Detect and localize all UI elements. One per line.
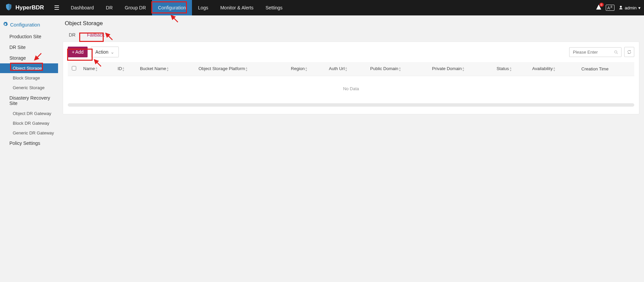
sort-icon: ▴▾: [122, 66, 124, 72]
sidebar-item-block-dr-gateway[interactable]: Block DR Gateway: [0, 118, 58, 128]
gear-icon: [3, 21, 8, 28]
page-title: Object Storage: [63, 20, 639, 27]
col-avail-label: Availability: [532, 66, 553, 71]
col-object-storage-platform[interactable]: Object Storage Platform▴▾: [195, 62, 287, 76]
col-region-label: Region: [291, 66, 305, 71]
col-public-domain[interactable]: Public Domain▴▾: [367, 62, 429, 76]
plus-icon: +: [72, 49, 75, 55]
col-status-label: Status: [497, 66, 509, 71]
col-auth-url-label: Auth Url: [329, 66, 345, 71]
action-button-label: Action: [95, 49, 108, 55]
col-availability[interactable]: Availability▴▾: [529, 62, 578, 76]
col-creation-time[interactable]: Creation Time: [578, 62, 634, 76]
notification-icon[interactable]: 0: [596, 4, 602, 11]
refresh-icon: [627, 50, 632, 54]
sort-icon: ▴▾: [96, 66, 97, 72]
no-data-row: No Data: [68, 76, 634, 101]
horizontal-scrollbar[interactable]: [68, 103, 634, 107]
main: Configuration Production Site DR Site St…: [0, 15, 644, 282]
user-name: admin: [625, 5, 637, 10]
col-pubdom-label: Public Domain: [370, 66, 398, 71]
tab-failback[interactable]: Failback: [84, 30, 107, 40]
nav-items: Dashboard DR Group DR Configuration Logs…: [65, 0, 289, 15]
add-button[interactable]: +Add: [68, 47, 88, 57]
chevron-down-icon: ⌄: [110, 49, 114, 55]
col-osp-label: Object Storage Platform: [198, 66, 245, 71]
sort-icon: ▴▾: [510, 66, 511, 72]
sort-icon: ▴▾: [167, 66, 168, 72]
sidebar: Configuration Production Site DR Site St…: [0, 15, 58, 282]
col-id-label: ID: [117, 66, 122, 71]
col-name-label: Name: [83, 66, 95, 71]
user-icon: [618, 5, 623, 10]
col-name[interactable]: Name▴▾: [80, 62, 114, 76]
nav-logs[interactable]: Logs: [192, 0, 214, 15]
sidebar-item-generic-dr-gateway[interactable]: Generic DR Gateway: [0, 128, 58, 138]
shield-icon: [5, 3, 13, 12]
menu-toggle-icon[interactable]: ☰: [49, 4, 65, 11]
nav-right: 0 A文 admin ▾: [596, 0, 641, 15]
col-bucket-name[interactable]: Bucket Name▴▾: [137, 62, 195, 76]
search-input[interactable]: [573, 50, 612, 55]
data-table: Name▴▾ ID▴▾ Bucket Name▴▾ Object Storage…: [68, 62, 634, 101]
col-status[interactable]: Status▴▾: [493, 62, 529, 76]
notification-count: 0: [599, 3, 604, 7]
content: Object Storage DR Failback +Add Action ⌄: [58, 15, 644, 282]
sidebar-item-production-site[interactable]: Production Site: [0, 31, 58, 42]
refresh-button[interactable]: [624, 47, 634, 57]
sidebar-item-generic-storage[interactable]: Generic Storage: [0, 83, 58, 93]
toolbar-right: [569, 47, 634, 57]
sidebar-item-disaster-recovery-site[interactable]: Disastery Recovery Site: [0, 93, 58, 109]
col-region[interactable]: Region▴▾: [288, 62, 326, 76]
col-checkbox: [68, 62, 80, 76]
top-nav: HyperBDR ☰ Dashboard DR Group DR Configu…: [0, 0, 644, 15]
tabs: DR Failback: [63, 30, 639, 40]
nav-settings[interactable]: Settings: [259, 0, 289, 15]
sort-icon: ▴▾: [345, 66, 347, 72]
add-button-label: Add: [75, 49, 84, 55]
language-label: A: [607, 6, 610, 10]
svg-line-1: [617, 53, 618, 54]
sort-icon: ▴▾: [399, 66, 401, 72]
sidebar-item-object-dr-gateway[interactable]: Object DR Gateway: [0, 109, 58, 118]
nav-monitor-alerts[interactable]: Monitor & Alerts: [214, 0, 259, 15]
toolbar: +Add Action ⌄: [68, 47, 634, 57]
col-ctime-label: Creation Time: [581, 66, 608, 71]
tab-dr[interactable]: DR: [66, 30, 78, 40]
col-id[interactable]: ID▴▾: [114, 62, 136, 76]
language-icon[interactable]: A文: [606, 5, 614, 11]
col-bucket-name-label: Bucket Name: [140, 66, 166, 71]
sidebar-title: Configuration: [0, 19, 58, 31]
sort-icon: ▴▾: [305, 66, 307, 72]
table-wrap: Name▴▾ ID▴▾ Bucket Name▴▾ Object Storage…: [68, 62, 634, 107]
user-menu[interactable]: admin ▾: [618, 5, 641, 10]
svg-point-0: [614, 51, 617, 53]
caret-down-icon: ▾: [638, 5, 641, 10]
sort-icon: ▴▾: [553, 66, 555, 72]
sidebar-item-block-storage[interactable]: Block Storage: [0, 73, 58, 83]
col-privdom-label: Private Domain: [432, 66, 462, 71]
col-private-domain[interactable]: Private Domain▴▾: [429, 62, 493, 76]
brand: HyperBDR: [0, 3, 49, 12]
sort-icon: ▴▾: [462, 66, 464, 72]
select-all-checkbox[interactable]: [72, 66, 76, 70]
sidebar-title-label: Configuration: [10, 22, 40, 27]
sidebar-item-policy-settings[interactable]: Policy Settings: [0, 138, 58, 149]
col-auth-url[interactable]: Auth Url▴▾: [326, 62, 367, 76]
nav-configuration[interactable]: Configuration: [152, 0, 192, 15]
sort-icon: ▴▾: [246, 66, 247, 72]
action-button[interactable]: Action ⌄: [91, 47, 119, 57]
sidebar-item-object-storage[interactable]: Object Storage: [0, 63, 58, 73]
panel: +Add Action ⌄: [63, 42, 639, 114]
nav-dr[interactable]: DR: [100, 0, 119, 15]
sidebar-item-storage[interactable]: Storage: [0, 53, 58, 63]
nav-dashboard[interactable]: Dashboard: [65, 0, 100, 15]
sidebar-item-dr-site[interactable]: DR Site: [0, 42, 58, 53]
nav-group-dr[interactable]: Group DR: [119, 0, 152, 15]
brand-name: HyperBDR: [15, 4, 44, 11]
search-box[interactable]: [569, 47, 622, 57]
search-icon: [614, 50, 618, 56]
